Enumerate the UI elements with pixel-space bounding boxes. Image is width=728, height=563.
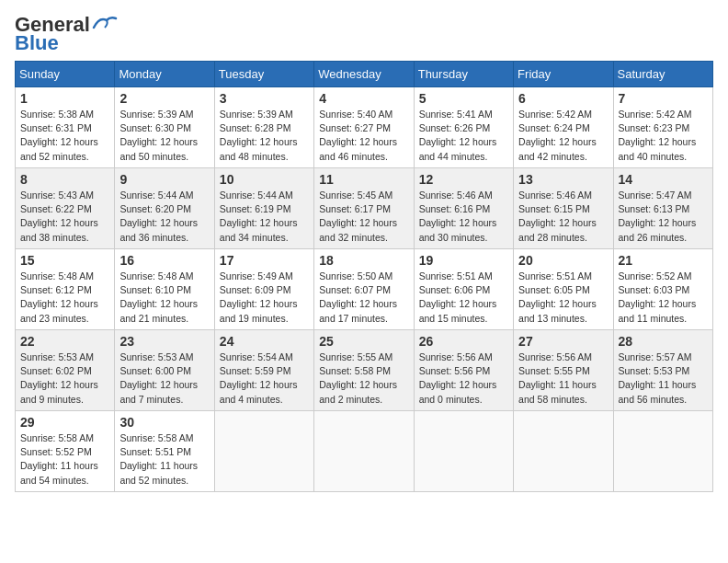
day-info: Sunrise: 5:42 AM Sunset: 6:24 PM Dayligh… [518, 108, 608, 164]
day-number: 20 [518, 253, 608, 268]
day-number: 6 [518, 91, 608, 106]
day-info: Sunrise: 5:38 AM Sunset: 6:31 PM Dayligh… [20, 108, 109, 164]
calendar-cell [414, 411, 513, 492]
day-number: 1 [20, 91, 109, 106]
calendar-cell: 2 Sunrise: 5:39 AM Sunset: 6:30 PM Dayli… [115, 87, 214, 168]
calendar-cell: 30 Sunrise: 5:58 AM Sunset: 5:51 PM Dayl… [115, 411, 214, 492]
calendar-cell: 13 Sunrise: 5:46 AM Sunset: 6:15 PM Dayl… [514, 168, 613, 249]
day-info: Sunrise: 5:48 AM Sunset: 6:12 PM Dayligh… [20, 270, 109, 326]
day-number: 10 [220, 172, 309, 187]
day-info: Sunrise: 5:46 AM Sunset: 6:16 PM Dayligh… [419, 189, 508, 245]
calendar-cell [514, 411, 613, 492]
day-number: 16 [119, 253, 209, 268]
day-number: 18 [319, 253, 408, 268]
calendar-table: SundayMondayTuesdayWednesdayThursdayFrid… [15, 61, 713, 492]
calendar-cell: 8 Sunrise: 5:43 AM Sunset: 6:22 PM Dayli… [16, 168, 115, 249]
day-number: 3 [220, 91, 309, 106]
day-number: 23 [119, 334, 209, 349]
day-info: Sunrise: 5:58 AM Sunset: 5:51 PM Dayligh… [119, 431, 209, 488]
calendar-cell: 15 Sunrise: 5:48 AM Sunset: 6:12 PM Dayl… [16, 249, 115, 330]
day-number: 7 [619, 91, 708, 106]
day-info: Sunrise: 5:55 AM Sunset: 5:58 PM Dayligh… [319, 350, 408, 407]
calendar-cell: 9 Sunrise: 5:44 AM Sunset: 6:20 PM Dayli… [115, 168, 214, 249]
calendar-cell: 5 Sunrise: 5:41 AM Sunset: 6:26 PM Dayli… [414, 87, 513, 168]
logo-blue: Blue [15, 31, 59, 54]
calendar-cell [314, 411, 414, 492]
day-info: Sunrise: 5:53 AM Sunset: 6:02 PM Dayligh… [20, 350, 109, 407]
calendar-cell: 22 Sunrise: 5:53 AM Sunset: 6:02 PM Dayl… [16, 330, 115, 411]
day-info: Sunrise: 5:51 AM Sunset: 6:05 PM Dayligh… [518, 270, 608, 326]
calendar-cell: 10 Sunrise: 5:44 AM Sunset: 6:19 PM Dayl… [214, 168, 313, 249]
calendar-cell [214, 411, 313, 492]
calendar-cell: 20 Sunrise: 5:51 AM Sunset: 6:05 PM Dayl… [514, 249, 613, 330]
weekday-header-friday: Friday [514, 62, 613, 87]
calendar-cell: 19 Sunrise: 5:51 AM Sunset: 6:06 PM Dayl… [414, 249, 513, 330]
day-number: 14 [619, 172, 708, 187]
day-number: 25 [319, 334, 408, 349]
calendar-cell: 14 Sunrise: 5:47 AM Sunset: 6:13 PM Dayl… [613, 168, 712, 249]
day-number: 30 [119, 415, 209, 430]
calendar-cell: 26 Sunrise: 5:56 AM Sunset: 5:56 PM Dayl… [414, 330, 513, 411]
day-number: 12 [419, 172, 508, 187]
day-number: 8 [20, 172, 109, 187]
day-number: 28 [619, 334, 708, 349]
calendar-cell: 4 Sunrise: 5:40 AM Sunset: 6:27 PM Dayli… [314, 87, 414, 168]
day-info: Sunrise: 5:57 AM Sunset: 5:53 PM Dayligh… [619, 350, 708, 407]
day-info: Sunrise: 5:46 AM Sunset: 6:15 PM Dayligh… [518, 189, 608, 245]
calendar-cell: 12 Sunrise: 5:46 AM Sunset: 6:16 PM Dayl… [414, 168, 513, 249]
day-number: 15 [20, 253, 109, 268]
calendar-cell: 16 Sunrise: 5:48 AM Sunset: 6:10 PM Dayl… [115, 249, 214, 330]
day-number: 29 [20, 415, 109, 430]
day-info: Sunrise: 5:40 AM Sunset: 6:27 PM Dayligh… [319, 108, 408, 164]
day-number: 19 [419, 253, 508, 268]
day-number: 11 [319, 172, 408, 187]
calendar-cell: 25 Sunrise: 5:55 AM Sunset: 5:58 PM Dayl… [314, 330, 414, 411]
day-info: Sunrise: 5:54 AM Sunset: 5:59 PM Dayligh… [220, 350, 309, 407]
calendar-cell: 7 Sunrise: 5:42 AM Sunset: 6:23 PM Dayli… [613, 87, 712, 168]
day-number: 27 [518, 334, 608, 349]
day-number: 26 [419, 334, 508, 349]
calendar-cell: 11 Sunrise: 5:45 AM Sunset: 6:17 PM Dayl… [314, 168, 414, 249]
logo-bird-icon [92, 15, 118, 31]
weekday-header-thursday: Thursday [414, 62, 513, 87]
day-info: Sunrise: 5:44 AM Sunset: 6:20 PM Dayligh… [119, 189, 209, 245]
day-info: Sunrise: 5:41 AM Sunset: 6:26 PM Dayligh… [419, 108, 508, 164]
day-number: 17 [220, 253, 309, 268]
calendar-cell: 6 Sunrise: 5:42 AM Sunset: 6:24 PM Dayli… [514, 87, 613, 168]
day-info: Sunrise: 5:53 AM Sunset: 6:00 PM Dayligh… [119, 350, 209, 407]
calendar-cell: 24 Sunrise: 5:54 AM Sunset: 5:59 PM Dayl… [214, 330, 313, 411]
weekday-header-tuesday: Tuesday [214, 62, 313, 87]
day-info: Sunrise: 5:50 AM Sunset: 6:07 PM Dayligh… [319, 270, 408, 326]
day-number: 4 [319, 91, 408, 106]
calendar-cell: 18 Sunrise: 5:50 AM Sunset: 6:07 PM Dayl… [314, 249, 414, 330]
day-number: 21 [619, 253, 708, 268]
day-info: Sunrise: 5:43 AM Sunset: 6:22 PM Dayligh… [20, 189, 109, 245]
day-number: 13 [518, 172, 608, 187]
calendar-cell: 23 Sunrise: 5:53 AM Sunset: 6:00 PM Dayl… [115, 330, 214, 411]
day-info: Sunrise: 5:56 AM Sunset: 5:56 PM Dayligh… [419, 350, 508, 407]
day-info: Sunrise: 5:58 AM Sunset: 5:52 PM Dayligh… [20, 431, 109, 488]
day-info: Sunrise: 5:49 AM Sunset: 6:09 PM Dayligh… [220, 270, 309, 326]
calendar-cell: 28 Sunrise: 5:57 AM Sunset: 5:53 PM Dayl… [613, 330, 712, 411]
weekday-header-saturday: Saturday [613, 62, 712, 87]
day-info: Sunrise: 5:52 AM Sunset: 6:03 PM Dayligh… [619, 270, 708, 326]
day-info: Sunrise: 5:44 AM Sunset: 6:19 PM Dayligh… [220, 189, 309, 245]
day-number: 2 [119, 91, 209, 106]
weekday-header-sunday: Sunday [16, 62, 115, 87]
day-info: Sunrise: 5:42 AM Sunset: 6:23 PM Dayligh… [619, 108, 708, 164]
day-info: Sunrise: 5:39 AM Sunset: 6:28 PM Dayligh… [220, 108, 309, 164]
day-info: Sunrise: 5:51 AM Sunset: 6:06 PM Dayligh… [419, 270, 508, 326]
logo: General Blue [15, 15, 118, 53]
day-info: Sunrise: 5:47 AM Sunset: 6:13 PM Dayligh… [619, 189, 708, 245]
day-number: 9 [119, 172, 209, 187]
day-number: 24 [220, 334, 309, 349]
weekday-header-monday: Monday [115, 62, 214, 87]
weekday-header-wednesday: Wednesday [314, 62, 414, 87]
day-info: Sunrise: 5:56 AM Sunset: 5:55 PM Dayligh… [518, 350, 608, 407]
day-info: Sunrise: 5:45 AM Sunset: 6:17 PM Dayligh… [319, 189, 408, 245]
calendar-cell: 29 Sunrise: 5:58 AM Sunset: 5:52 PM Dayl… [16, 411, 115, 492]
calendar-cell: 27 Sunrise: 5:56 AM Sunset: 5:55 PM Dayl… [514, 330, 613, 411]
day-number: 5 [419, 91, 508, 106]
day-info: Sunrise: 5:48 AM Sunset: 6:10 PM Dayligh… [119, 270, 209, 326]
calendar-cell: 21 Sunrise: 5:52 AM Sunset: 6:03 PM Dayl… [613, 249, 712, 330]
